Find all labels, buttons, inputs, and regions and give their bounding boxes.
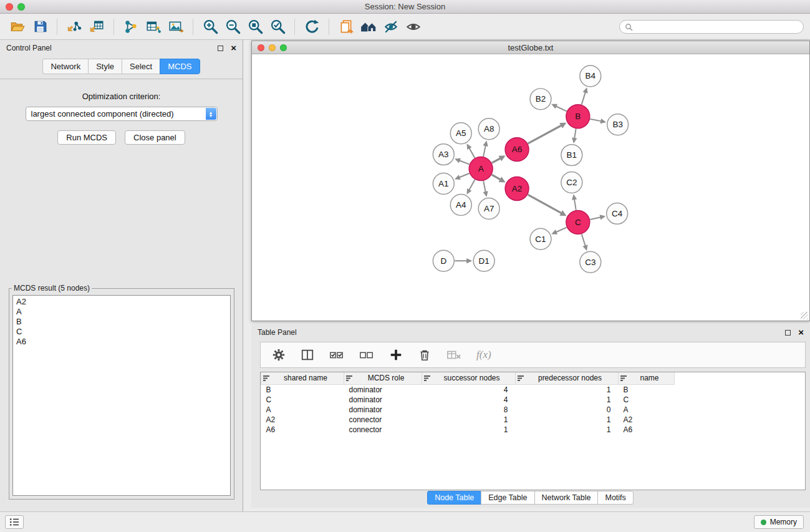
close-panel-icon[interactable]: × — [231, 45, 236, 51]
add-column-button[interactable] — [389, 348, 403, 362]
zoom-fit-button[interactable] — [244, 16, 266, 37]
tab-mcds[interactable]: MCDS — [160, 59, 200, 74]
table-cell[interactable]: 1 — [516, 415, 619, 425]
table-cell[interactable]: 4 — [422, 384, 516, 395]
task-history-button[interactable] — [5, 515, 24, 529]
open-recent-page-button[interactable] — [335, 16, 357, 37]
table-cell[interactable]: 0 — [516, 405, 619, 415]
table-cell[interactable]: 1 — [422, 415, 516, 425]
column-header[interactable]: name — [619, 372, 675, 384]
table-cell[interactable]: A — [619, 405, 675, 415]
result-item[interactable]: A — [16, 307, 227, 317]
save-session-button[interactable] — [29, 16, 51, 37]
graph-edge[interactable] — [574, 199, 576, 210]
graph-edge[interactable] — [590, 119, 601, 122]
column-header[interactable]: predecessor nodes — [516, 372, 619, 384]
graph-node-a2[interactable]: A2 — [505, 177, 529, 201]
graph-node-c1[interactable]: C1 — [530, 228, 551, 249]
graph-node-a1[interactable]: A1 — [433, 173, 454, 195]
graph-edge[interactable] — [556, 106, 566, 111]
float-panel-icon[interactable] — [218, 46, 223, 51]
graph-edge[interactable] — [528, 125, 562, 143]
memory-button[interactable]: Memory — [754, 515, 804, 529]
tab-network-table[interactable]: Network Table — [534, 491, 599, 505]
import-network-button[interactable] — [63, 16, 85, 37]
graph-node-a[interactable]: A — [469, 157, 493, 181]
column-header[interactable]: shared name — [261, 372, 344, 384]
table-cell[interactable]: B — [261, 384, 344, 395]
home-button[interactable] — [357, 16, 380, 37]
table-cell[interactable]: dominator — [344, 405, 422, 415]
window-resize-grip[interactable] — [801, 312, 808, 319]
graph-node-c3[interactable]: C3 — [580, 251, 601, 273]
tab-motifs[interactable]: Motifs — [597, 491, 633, 505]
table-cell[interactable]: B — [619, 384, 675, 395]
graph-node-b3[interactable]: B3 — [607, 114, 629, 135]
tab-node-table[interactable]: Node Table — [427, 491, 481, 505]
zoom-in-button[interactable] — [199, 16, 221, 37]
close-panel-button[interactable]: Close panel — [125, 130, 185, 145]
result-item[interactable]: A6 — [16, 337, 227, 347]
table-cell[interactable]: A2 — [619, 415, 675, 425]
graph-node-c2[interactable]: C2 — [561, 172, 582, 193]
table-cell[interactable]: 1 — [516, 395, 619, 405]
float-panel-icon[interactable] — [785, 330, 791, 336]
graph-node-c[interactable]: C — [566, 210, 590, 234]
graph-node-b2[interactable]: B2 — [530, 89, 551, 110]
zoom-out-button[interactable] — [221, 16, 244, 37]
graph-edge[interactable] — [469, 148, 475, 158]
table-cell[interactable]: 1 — [516, 384, 619, 395]
new-network-table-button[interactable] — [142, 16, 165, 37]
show-graphics-details-button[interactable] — [402, 16, 425, 37]
network-canvas[interactable]: B4B2BB3A5A8A6A3B1AC2A1A2A4A7C4CC1C3DD1 — [252, 55, 809, 321]
table-cell[interactable]: 8 — [422, 405, 516, 415]
column-header[interactable]: successor nodes — [422, 372, 516, 384]
graph-node-a7[interactable]: A7 — [478, 198, 499, 219]
table-cell[interactable]: A6 — [261, 425, 344, 435]
criterion-dropdown[interactable]: largest connected component (directed) ▲… — [26, 107, 218, 121]
graph-edge[interactable] — [574, 128, 576, 138]
unselect-all-button[interactable] — [359, 349, 374, 361]
search-box[interactable] — [619, 20, 804, 34]
graph-node-a4[interactable]: A4 — [450, 194, 471, 215]
table-cell[interactable]: C — [261, 395, 344, 405]
maximize-view-button[interactable] — [280, 44, 287, 51]
table-cell[interactable]: connector — [344, 415, 422, 425]
table-cell[interactable]: dominator — [344, 384, 422, 395]
graph-edge[interactable] — [582, 234, 586, 246]
column-header[interactable]: MCDS role — [344, 372, 422, 384]
import-table-button[interactable] — [85, 16, 108, 37]
export-image-button[interactable] — [165, 16, 187, 37]
table-cell[interactable]: connector — [344, 425, 422, 435]
table-cell[interactable]: 4 — [422, 395, 516, 405]
result-item[interactable]: A2 — [16, 297, 227, 307]
result-item[interactable]: B — [16, 317, 227, 327]
graph-edge[interactable] — [590, 217, 600, 220]
run-mcds-button[interactable]: Run MCDS — [57, 130, 116, 145]
tab-network[interactable]: Network — [42, 59, 88, 74]
graph-node-b1[interactable]: B1 — [561, 145, 582, 166]
zoom-window-button[interactable] — [17, 3, 25, 11]
graph-edge[interactable] — [459, 173, 469, 178]
open-session-button[interactable] — [6, 16, 29, 37]
graph-node-d[interactable]: D — [433, 250, 454, 271]
graph-edge[interactable] — [483, 145, 486, 157]
network-window-titlebar[interactable]: testGlobe.txt — [252, 41, 809, 54]
minimize-view-button[interactable] — [269, 44, 276, 51]
zoom-selected-button[interactable] — [266, 16, 289, 37]
table-row[interactable]: A2connector11A2 — [261, 415, 806, 425]
graph-node-a8[interactable]: A8 — [478, 118, 499, 140]
graph-node-b4[interactable]: B4 — [580, 65, 601, 87]
show-columns-button[interactable] — [301, 348, 314, 362]
graph-node-c4[interactable]: C4 — [607, 203, 628, 224]
result-item[interactable]: C — [16, 327, 227, 337]
function-builder-button[interactable]: f(x) — [476, 349, 491, 361]
table-cell[interactable]: 1 — [516, 425, 619, 435]
close-view-button[interactable] — [258, 44, 264, 51]
graph-node-a3[interactable]: A3 — [433, 144, 454, 165]
graph-node-b[interactable]: B — [566, 105, 590, 128]
delete-column-button[interactable] — [418, 348, 432, 362]
graph-edge[interactable] — [459, 160, 469, 164]
delete-table-button[interactable] — [446, 349, 461, 361]
tab-select[interactable]: Select — [122, 59, 160, 74]
